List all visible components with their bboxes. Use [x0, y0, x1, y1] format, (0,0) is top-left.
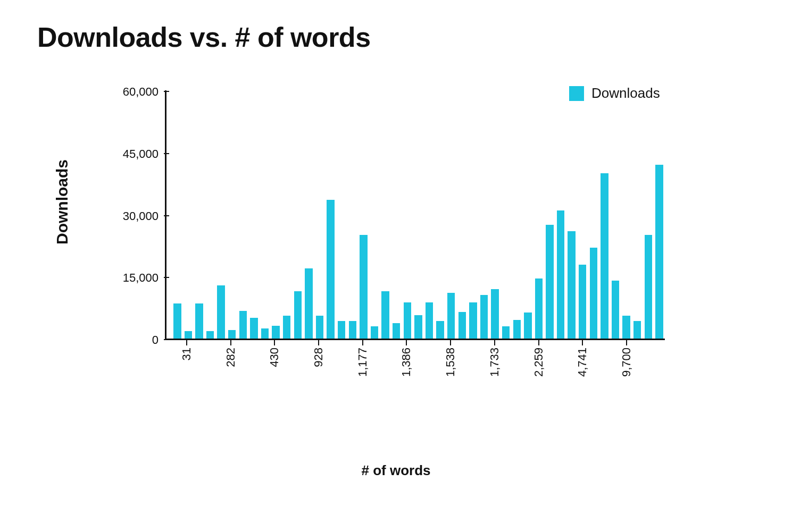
y-tick-label: 45,000 — [100, 147, 159, 161]
bar — [633, 321, 641, 339]
y-axis-title: Downloads — [53, 159, 71, 244]
x-tick-slot — [291, 340, 302, 425]
x-tick-slot: 1,538 — [445, 340, 456, 425]
bar — [414, 315, 422, 339]
bar — [338, 321, 345, 339]
x-tick-slot: 1,386 — [401, 340, 412, 425]
y-tick-label: 60,000 — [100, 85, 159, 99]
bar-slot — [402, 90, 413, 339]
x-tick-mark — [186, 340, 187, 345]
bar — [655, 165, 663, 339]
bar — [645, 235, 652, 339]
bar-slot — [303, 90, 314, 339]
bar-slot — [293, 90, 304, 339]
x-tick-slot: 282 — [225, 340, 236, 425]
bar-slot — [479, 90, 490, 339]
plot-area — [165, 90, 665, 340]
bar — [513, 320, 521, 339]
x-tick-slot — [192, 340, 203, 425]
chart-title: Downloads vs. # of words — [37, 21, 371, 53]
x-tick-slot — [654, 340, 665, 425]
bar — [524, 313, 531, 339]
bar — [393, 323, 400, 339]
x-tick-slot — [511, 340, 522, 425]
bar — [568, 231, 575, 339]
bar — [349, 321, 356, 339]
bar-slot — [544, 90, 555, 339]
x-tick-mark — [494, 340, 495, 345]
bar — [590, 248, 597, 339]
bar — [535, 278, 543, 339]
x-tick-slot — [643, 340, 654, 425]
bar-slot — [325, 90, 336, 339]
x-tick-slot — [599, 340, 610, 425]
bar — [381, 291, 389, 339]
bar-slot — [522, 90, 533, 339]
bar — [239, 311, 247, 339]
bar-slot — [456, 90, 468, 339]
bar — [173, 303, 181, 339]
bar — [272, 326, 279, 339]
bar — [195, 303, 203, 339]
x-tick-slot — [456, 340, 467, 425]
bar-slot — [260, 90, 271, 339]
bar-slot — [599, 90, 610, 339]
y-tick-label: 30,000 — [100, 209, 159, 223]
bar-slot — [194, 90, 205, 339]
bar — [469, 302, 477, 339]
bars-container — [166, 90, 665, 339]
bar — [206, 331, 214, 339]
bar-slot — [501, 90, 512, 339]
x-tick-slot: 9,700 — [621, 340, 632, 425]
bar-slot — [380, 90, 391, 339]
bar-slot — [632, 90, 643, 339]
x-axis-title: # of words — [0, 462, 792, 479]
bar — [261, 328, 269, 339]
bar-slot — [413, 90, 424, 339]
x-tick-slot: 31 — [181, 340, 193, 425]
x-tick-slot — [379, 340, 390, 425]
x-tick-slot: 1,177 — [357, 340, 368, 425]
bar-slot — [468, 90, 479, 339]
bar — [480, 295, 488, 339]
x-tick-label: 31 — [180, 348, 194, 360]
x-tick-mark — [406, 340, 407, 345]
bar — [250, 318, 257, 339]
x-tick-label: 4,741 — [576, 348, 589, 377]
bar-slot — [643, 90, 654, 339]
bar-slot — [533, 90, 545, 339]
x-tick-slot — [412, 340, 423, 425]
bar — [491, 289, 498, 339]
bar — [546, 225, 553, 339]
bar-slot — [610, 90, 621, 339]
bar — [447, 293, 455, 339]
bar-slot — [238, 90, 249, 339]
bar-slot — [227, 90, 238, 339]
bar-slot — [281, 90, 293, 339]
x-tick-slot — [467, 340, 478, 425]
x-tick-mark — [450, 340, 451, 345]
x-tick-slot — [324, 340, 335, 425]
y-axis-ticks: 015,00030,00045,00060,000 — [106, 90, 165, 340]
bar-slot — [577, 90, 588, 339]
x-tick-label: 282 — [224, 348, 238, 367]
x-tick-label: 1,538 — [444, 348, 457, 377]
x-tick-slot — [632, 340, 643, 425]
bar-slot — [446, 90, 457, 339]
bar-slot — [588, 90, 599, 339]
bar — [294, 291, 302, 339]
bar — [404, 302, 411, 339]
bar — [185, 331, 192, 339]
bar-slot — [336, 90, 347, 339]
bar-slot — [215, 90, 227, 339]
x-tick-mark — [318, 340, 319, 345]
bar-slot — [621, 90, 632, 339]
bar-slot — [248, 90, 260, 339]
x-tick-slot: 1,733 — [489, 340, 500, 425]
bar — [217, 285, 224, 339]
bar — [316, 316, 323, 339]
x-tick-slot — [555, 340, 566, 425]
bar-slot — [566, 90, 577, 339]
x-axis-ticks: 312824309281,1771,3861,5381,7332,2594,74… — [165, 340, 665, 425]
x-tick-slot — [335, 340, 346, 425]
